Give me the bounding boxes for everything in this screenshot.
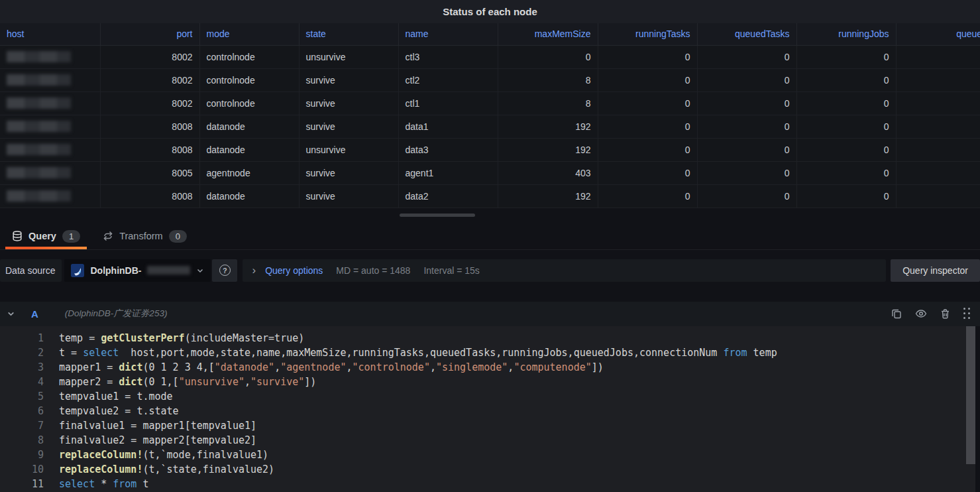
column-header-runningTasks[interactable]: runningTasks — [598, 23, 697, 45]
delete-query-trash-icon[interactable] — [940, 308, 950, 319]
cell-maxMemSize: 8 — [498, 92, 598, 115]
line-number: 3 — [0, 360, 44, 375]
cell-port: 8002 — [100, 92, 199, 115]
cell-port: 8002 — [100, 68, 199, 92]
host-redacted-value — [7, 190, 71, 202]
table-row: 8002controlnodeunsurvivectl30000 — [0, 45, 980, 68]
code-line: mapper1 = dict(0 1 2 3 4,["datanode","ag… — [59, 360, 777, 375]
column-header-runningJobs[interactable]: runningJobs — [796, 23, 896, 45]
cell-queuedJobs — [896, 68, 980, 92]
chevron-right-icon[interactable]: › — [252, 265, 256, 276]
query-description: (DolphinDB-广发证券253) — [65, 308, 168, 320]
duplicate-query-icon[interactable] — [891, 308, 902, 319]
collapse-chevron-icon[interactable] — [7, 310, 15, 318]
cell-runningJobs: 0 — [796, 92, 896, 115]
table-row: 8002controlnodesurvivectl18000 — [0, 92, 980, 115]
query-options-strip: › Query options MD = auto = 1488 Interva… — [243, 259, 886, 282]
table-row: 8008datanodeunsurvivedata3192000 — [0, 138, 980, 161]
table-row: 8005agentnodesurviveagent1403000 — [0, 161, 980, 184]
line-number: 6 — [0, 404, 44, 418]
datasource-picker[interactable]: DolphinDB- — [64, 259, 211, 282]
cell-maxMemSize: 403 — [498, 161, 598, 184]
table-horizontal-scrollbar[interactable] — [400, 214, 475, 217]
line-number: 4 — [0, 375, 44, 389]
code-line: replaceColumn!(t,`mode,finalvalue1) — [59, 448, 777, 462]
cell-state: survive — [299, 115, 398, 138]
line-number: 10 — [0, 462, 44, 477]
cell-queuedTasks: 0 — [697, 68, 796, 92]
cell-port: 8008 — [100, 138, 199, 161]
code-line: tempvalue1 = t.mode — [59, 389, 777, 404]
cell-name: data1 — [398, 115, 498, 138]
host-redacted-value — [7, 97, 71, 109]
cell-queuedJobs — [896, 184, 980, 208]
line-number: 9 — [0, 448, 44, 462]
cell-runningTasks: 0 — [598, 161, 697, 184]
cell-name: agent1 — [398, 161, 498, 184]
column-header-mode[interactable]: mode — [199, 23, 299, 45]
tab-query[interactable]: Query 1 — [5, 223, 87, 249]
cell-mode: controlnode — [199, 92, 299, 115]
column-header-name[interactable]: name — [398, 23, 498, 45]
column-header-port[interactable]: port — [100, 23, 199, 45]
cell-maxMemSize: 192 — [498, 138, 598, 161]
tab-transform[interactable]: Transform 0 — [96, 223, 193, 249]
line-number: 11 — [0, 477, 44, 491]
panel-title[interactable]: Status of each node — [0, 0, 980, 23]
cell-runningTasks: 0 — [598, 45, 697, 68]
cell-runningTasks: 0 — [598, 92, 697, 115]
cell-state: survive — [299, 68, 398, 92]
line-number-gutter: 1234567891011 — [0, 331, 44, 492]
cell-queuedTasks: 0 — [697, 184, 796, 208]
line-number: 5 — [0, 389, 44, 404]
cell-queuedTasks: 0 — [697, 92, 796, 115]
host-redacted-value — [7, 144, 71, 155]
query-options-toggle[interactable]: Query options — [265, 265, 323, 276]
datasource-label: Data source — [0, 259, 62, 282]
drag-handle-icon[interactable] — [963, 308, 971, 320]
cell-port: 8008 — [100, 115, 199, 138]
column-header-state[interactable]: state — [299, 23, 398, 45]
column-header-maxMemSize[interactable]: maxMemSize — [498, 23, 598, 45]
cell-runningTasks: 0 — [598, 138, 697, 161]
cell-runningJobs: 0 — [796, 138, 896, 161]
cell-state: unsurvive — [299, 45, 398, 68]
query-inspector-button[interactable]: Query inspector — [891, 259, 980, 282]
line-number: 2 — [0, 345, 44, 360]
editor-tabs-bar: Query 1 Transform 0 — [0, 223, 980, 250]
node-status-table: hostportmodestatenamemaxMemSizerunningTa… — [0, 23, 980, 208]
cell-queuedTasks: 0 — [697, 161, 796, 184]
table-header-row: hostportmodestatenamemaxMemSizerunningTa… — [0, 23, 980, 45]
question-circle-icon: ? — [219, 265, 231, 276]
cell-mode: datanode — [199, 184, 299, 208]
query-code-editor[interactable]: 1234567891011 temp = getClusterPerf(incl… — [0, 326, 975, 492]
max-data-points-text: MD = auto = 1488 — [336, 265, 410, 276]
column-header-queuedJobs[interactable]: queuedJobs — [896, 23, 980, 45]
line-number: 1 — [0, 331, 44, 345]
query-ref-letter: A — [31, 308, 38, 320]
host-redacted-value — [7, 51, 71, 62]
table-panel: Status of each node hostportmodestatenam… — [0, 0, 980, 208]
cell-maxMemSize: 0 — [498, 45, 598, 68]
code-content: temp = getClusterPerf(includeMaster=true… — [44, 331, 777, 492]
host-redacted-value — [7, 74, 71, 86]
table-row: 8008datanodesurvivedata2192000 — [0, 184, 980, 208]
cell-runningJobs: 0 — [796, 161, 896, 184]
line-number: 8 — [0, 433, 44, 448]
cell-state: survive — [299, 184, 398, 208]
cell-mode: datanode — [199, 115, 299, 138]
tab-transform-label: Transform — [119, 231, 163, 241]
query-row-header: A (DolphinDB-广发证券253) — [0, 302, 980, 326]
tab-query-label: Query — [28, 231, 56, 241]
cell-name: ctl1 — [398, 92, 498, 115]
code-line: replaceColumn!(t,`state,finalvalue2) — [59, 462, 777, 477]
editor-vertical-scrollbar[interactable] — [966, 326, 975, 464]
cell-runningJobs: 0 — [796, 115, 896, 138]
database-icon — [12, 231, 23, 241]
column-header-queuedTasks[interactable]: queuedTasks — [697, 23, 796, 45]
column-header-host[interactable]: host — [0, 23, 100, 45]
interval-text: Interval = 15s — [423, 265, 479, 276]
datasource-help-button[interactable]: ? — [212, 259, 237, 282]
hide-query-eye-icon[interactable] — [915, 308, 927, 319]
cell-queuedJobs — [896, 161, 980, 184]
